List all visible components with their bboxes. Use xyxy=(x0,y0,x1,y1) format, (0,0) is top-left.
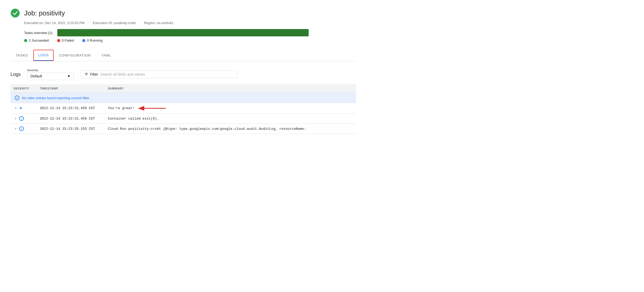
logs-controls: Logs Severity Default ▼ Filter Searc xyxy=(10,69,356,80)
timestamp-cell-1: 2022-12-14 15:23:31.456 CST xyxy=(37,114,105,124)
region: Region: us-central1 xyxy=(144,21,174,25)
filter-label: Filter xyxy=(90,72,98,76)
timestamp-cell-2: 2022-12-14 15:23:35.155 CST xyxy=(37,124,105,134)
filter-placeholder: Search all fields and values xyxy=(100,72,145,76)
tasks-overview-label: Tasks overview (1): xyxy=(24,31,53,35)
legend-item-failed: 0 Failed xyxy=(57,38,74,42)
progress-bar-container xyxy=(57,29,309,36)
success-check-icon xyxy=(10,8,20,18)
legend-item-running: 0 Running xyxy=(82,38,102,42)
notice-text: No older entries found matching current … xyxy=(22,96,90,100)
severity-cell-2: > i xyxy=(10,124,37,134)
summary-cell-1: Container called exit(0). xyxy=(105,114,356,124)
table-row: > ✦ 2022-12-14 15:23:31.450 CST You're g… xyxy=(10,103,356,114)
executed-on: Executed on: Dec 14, 2022, 3:23:03 PM xyxy=(24,21,85,25)
svg-point-0 xyxy=(11,9,20,18)
executed-on-value: Dec 14, 2022, 3:23:03 PM xyxy=(45,21,85,25)
star-icon-0: ✦ xyxy=(19,106,23,111)
running-dot xyxy=(82,39,85,42)
expand-arrow-0[interactable]: > xyxy=(14,106,18,111)
expand-arrow-2[interactable]: > xyxy=(14,126,18,131)
region-value: us-central1 xyxy=(157,21,173,25)
col-severity: SEVERITY xyxy=(10,84,37,93)
legend-failed-label: 0 Failed xyxy=(62,38,74,42)
progress-bar-fill xyxy=(57,29,309,36)
info-icon-2: i xyxy=(19,126,24,131)
summary-cell-0: You're great! xyxy=(105,103,356,114)
info-icon-1: i xyxy=(19,116,24,121)
tab-tasks[interactable]: TASKS xyxy=(10,50,33,61)
red-arrow-annotation xyxy=(137,103,168,114)
filter-icon xyxy=(84,72,88,76)
tab-configuration[interactable]: CONFIGURATION xyxy=(54,50,96,61)
page-header: Job: positivity xyxy=(10,8,356,18)
notice-row: i No older entries found matching curren… xyxy=(10,93,356,103)
tab-yaml[interactable]: YAML xyxy=(96,50,117,61)
severity-group: Severity Default ▼ xyxy=(27,69,74,80)
execution-id: Execution ID: positivity-crxbt xyxy=(93,21,136,25)
table-row: > i 2022-12-14 15:23:31.456 CST Containe… xyxy=(10,114,356,124)
filter-icon-label: Filter xyxy=(84,72,98,76)
col-summary: SUMMARY xyxy=(105,84,356,93)
page-title: Job: positivity xyxy=(24,9,65,17)
table-row: > i 2022-12-14 15:23:35.155 CST Cloud Ru… xyxy=(10,124,356,134)
notice-info-icon: i xyxy=(15,96,19,100)
filter-group[interactable]: Filter Search all fields and values xyxy=(80,70,237,78)
tasks-overview: Tasks overview (1): xyxy=(10,29,356,36)
notice-cell: i No older entries found matching curren… xyxy=(10,93,356,103)
timestamp-cell-0: 2022-12-14 15:23:31.450 CST xyxy=(37,103,105,114)
severity-cell-0: > ✦ xyxy=(10,103,37,114)
legend: 1 Succeeded 0 Failed 0 Running xyxy=(10,38,356,42)
table-header-row: SEVERITY TIMESTAMP SUMMARY xyxy=(10,84,356,93)
logs-label: Logs xyxy=(10,72,21,77)
chevron-down-icon: ▼ xyxy=(67,74,71,78)
col-timestamp: TIMESTAMP xyxy=(37,84,105,93)
legend-running-label: 0 Running xyxy=(87,38,102,42)
log-table: SEVERITY TIMESTAMP SUMMARY i No older en… xyxy=(10,84,356,134)
failed-dot xyxy=(57,39,60,42)
meta-row: Executed on: Dec 14, 2022, 3:23:03 PM Ex… xyxy=(10,21,356,25)
notice-content: i No older entries found matching curren… xyxy=(15,96,352,100)
page-container: Job: positivity Executed on: Dec 14, 202… xyxy=(0,0,367,142)
tabs-bar: TASKS LOGS CONFIGURATION YAML xyxy=(10,50,356,61)
severity-label: Severity xyxy=(27,69,74,72)
execution-id-value: positivity-crxbt xyxy=(114,21,136,25)
severity-cell-1: > i xyxy=(10,114,37,124)
tab-logs[interactable]: LOGS xyxy=(33,50,54,61)
summary-cell-2: Cloud Run positivity-crxbt {@type: type.… xyxy=(105,124,356,134)
expand-arrow-1[interactable]: > xyxy=(14,116,18,121)
severity-value: Default xyxy=(30,74,42,78)
logs-section: Logs Severity Default ▼ Filter Searc xyxy=(10,69,356,134)
legend-item-succeeded: 1 Succeeded xyxy=(24,38,49,42)
legend-succeeded-label: 1 Succeeded xyxy=(29,38,49,42)
succeeded-dot xyxy=(24,39,27,42)
severity-select[interactable]: Default ▼ xyxy=(27,72,74,80)
